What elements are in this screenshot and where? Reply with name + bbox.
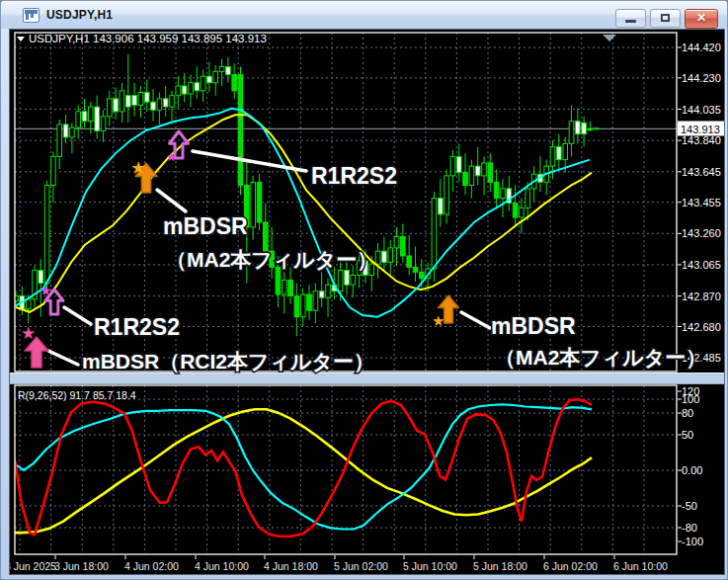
candle-body	[513, 204, 518, 218]
candle-body	[319, 291, 324, 298]
minimize-button[interactable]	[615, 9, 646, 28]
candle-body	[63, 124, 68, 137]
candle-body	[57, 124, 62, 156]
restore-button[interactable]	[650, 9, 681, 28]
symbol-dropdown-icon[interactable]	[17, 37, 25, 41]
candle-body	[39, 271, 43, 284]
annotation-ma-filter-upper: （MA2本フィルター）	[166, 248, 377, 272]
candle-body	[163, 99, 168, 107]
candle-body	[26, 299, 31, 309]
close-button[interactable]: ✕	[685, 9, 718, 29]
candle-body	[108, 99, 113, 117]
candle-body	[300, 294, 305, 317]
annotation-r1r2s2-upper: R1R2S2	[311, 163, 397, 189]
candle-body	[450, 156, 455, 176]
candle-body	[520, 207, 525, 217]
annotation-mbdsr-upper: mBDSR	[163, 213, 248, 239]
candle-body	[264, 222, 269, 251]
signal-star-icon: ★	[432, 312, 445, 329]
candle-body	[238, 75, 243, 186]
ma-slow-yellow-line	[16, 115, 592, 312]
title-bar[interactable]: USDJPY,H1 ✕	[1, 1, 727, 29]
candle-body	[170, 96, 175, 107]
candle-body	[563, 143, 568, 159]
price-axis-label: 143.455	[682, 197, 721, 208]
candle-body	[463, 173, 468, 186]
minimize-icon	[625, 20, 636, 23]
annotation-pointer-line	[461, 312, 490, 328]
candle-body	[207, 76, 212, 83]
indicator-header-text: R(9,26,52) 91.7 85.7 18.4	[18, 389, 136, 401]
chart-overlay: USDJPY,H1 143.906 143.959 143.895 143.91…	[17, 33, 724, 401]
candle-body	[401, 237, 406, 257]
price-axis-label: 143.645	[682, 166, 721, 178]
candle-body	[101, 117, 106, 131]
candle-body	[82, 112, 87, 122]
candle-body	[182, 86, 187, 94]
panel-splitter[interactable]	[10, 373, 724, 384]
time-axis[interactable]: 3 Jun 20253 Jun 18:004 Jun 02:004 Jun 10…	[10, 555, 668, 572]
window-title: USDJPY,H1	[46, 8, 113, 22]
price-axis[interactable]: 144.420144.230144.035143.840143.645143.4…	[678, 41, 721, 364]
candle-body	[576, 122, 581, 134]
indicator-axis-label: -80	[682, 522, 697, 534]
candle-body	[120, 91, 124, 112]
candle-body	[313, 291, 318, 311]
candle-body	[338, 271, 343, 291]
candle-body	[345, 271, 350, 286]
candle-body	[201, 76, 205, 91]
candle-body	[219, 67, 224, 72]
candle-body	[482, 163, 487, 176]
time-axis-label: 4 Jun 10:00	[195, 560, 249, 572]
candle-body	[494, 182, 499, 198]
ma-fast-cyan-line	[16, 109, 590, 317]
candle-body	[195, 83, 200, 91]
time-axis-label: 5 Jun 10:00	[403, 560, 457, 572]
close-icon: ✕	[686, 10, 717, 28]
candle-body	[469, 166, 474, 186]
candle-body	[475, 166, 480, 176]
time-axis-label: 3 Jun 18:00	[54, 560, 109, 572]
annotation-ma-filter-right: （MA2本フィルター）	[495, 346, 706, 370]
annotation-mbdsr-rci-filter: mBDSR（RCI2本フィルター）	[82, 350, 374, 373]
price-axis-label: 143.065	[682, 259, 721, 271]
candle-body	[144, 93, 149, 103]
candle-body	[189, 83, 194, 94]
chart-shift-marker-icon[interactable]	[603, 35, 616, 41]
candle-body	[388, 248, 393, 263]
candle-body	[501, 189, 506, 199]
candle-body	[582, 123, 587, 133]
candle-body	[138, 93, 143, 106]
candlesticks	[14, 53, 600, 336]
annotation-r1r2s2-lower: R1R2S2	[94, 314, 180, 340]
candle-body	[294, 296, 299, 317]
annotation-pointer-line	[48, 351, 78, 365]
time-axis-label: 4 Jun 18:00	[264, 560, 318, 572]
candle-body	[588, 128, 593, 129]
candle-body	[176, 86, 181, 96]
candle-body	[95, 107, 100, 130]
annotation-mbdsr-right: mBDSR	[491, 313, 576, 339]
indicator-axis-label: 80	[682, 407, 693, 419]
candle-body	[70, 127, 75, 137]
indicator-axis-label: -100	[682, 536, 703, 547]
indicator-axis-label: 50	[682, 429, 693, 441]
candle-body	[51, 156, 56, 185]
restore-icon	[661, 14, 670, 22]
indicator-axis-label: 0.00	[682, 464, 702, 476]
time-axis-label: 5 Jun 18:00	[473, 560, 527, 572]
candle-body	[445, 176, 449, 214]
candle-body	[157, 99, 162, 110]
candle-body	[257, 182, 262, 222]
candle-body	[420, 272, 425, 279]
chart-canvas[interactable]: ★★★★★144.420144.230144.035143.840143.645…	[10, 30, 724, 574]
candle-body	[526, 189, 530, 208]
price-axis-label: 144.230	[682, 72, 721, 84]
indicator-axis-label: -50	[682, 500, 697, 512]
chart-window-icon	[23, 8, 40, 23]
price-axis-label: 144.420	[682, 41, 721, 53]
candle-body	[114, 99, 119, 112]
candle-body	[232, 75, 237, 91]
candle-body	[307, 294, 312, 310]
indicator-axis[interactable]: 12010080500.00-50-80-100	[678, 385, 703, 547]
